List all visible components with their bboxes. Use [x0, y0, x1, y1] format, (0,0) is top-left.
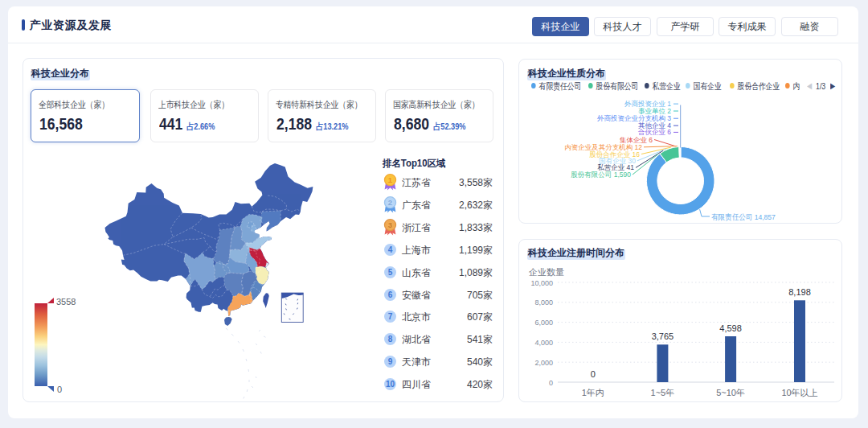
svg-text:1: 1: [388, 175, 393, 184]
svg-text:3: 3: [388, 220, 392, 229]
svg-text:2: 2: [388, 198, 392, 207]
